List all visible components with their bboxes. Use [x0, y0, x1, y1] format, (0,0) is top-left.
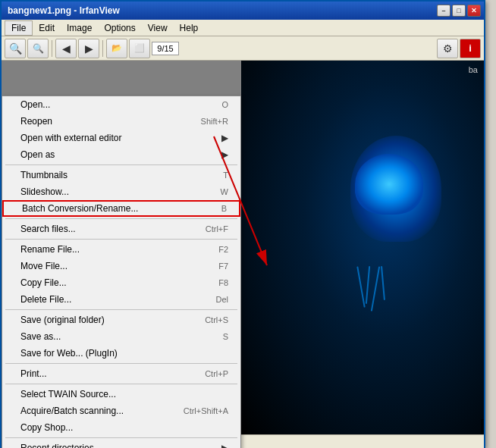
image-canvas: [241, 61, 484, 434]
title-bar: bangnew1.png - IrfanView – □ ✕: [2, 2, 484, 20]
main-window: bangnew1.png - IrfanView – □ ✕ File Edit…: [0, 0, 485, 448]
menu-item-save-web[interactable]: Save for Web... (PlugIn): [2, 345, 240, 362]
menu-item-open[interactable]: Open... O: [2, 96, 240, 113]
menu-bar: File Edit Image Options View Help: [2, 20, 484, 36]
separator-6: [5, 384, 237, 384]
close-button[interactable]: ✕: [467, 5, 481, 17]
open-folder-button[interactable]: 📂: [106, 39, 127, 58]
menu-image[interactable]: Image: [61, 21, 98, 35]
corner-label: ba: [469, 65, 478, 74]
menu-item-print[interactable]: Print... Ctrl+P: [2, 365, 240, 382]
menu-item-save-as[interactable]: Save as... S: [2, 328, 240, 345]
toolbar-separator-2: [102, 40, 103, 57]
tentacle-2: [371, 266, 380, 311]
menu-help[interactable]: Help: [174, 21, 205, 35]
menu-item-copy-file[interactable]: Copy File... F8: [2, 274, 240, 291]
tentacle-1: [366, 266, 370, 304]
zoom-out-button[interactable]: 🔍: [27, 39, 49, 58]
window-title: bangnew1.png - IrfanView: [8, 5, 120, 16]
fit-button[interactable]: ⬜: [129, 39, 150, 58]
menu-item-save-original[interactable]: Save (original folder) Ctrl+S: [2, 312, 240, 328]
menu-edit[interactable]: Edit: [33, 21, 61, 35]
tentacle-3: [381, 266, 385, 300]
settings-button[interactable]: ⚙: [437, 39, 458, 58]
next-button[interactable]: ▶: [78, 39, 99, 58]
separator-4: [5, 309, 237, 310]
separator-7: [5, 437, 237, 438]
menu-item-move-file[interactable]: Move File... F7: [2, 258, 240, 274]
menu-item-batch-conversion[interactable]: Batch Conversion/Rename... B: [2, 200, 240, 217]
menu-item-select-twain[interactable]: Select TWAIN Source...: [2, 386, 240, 403]
separator-2: [5, 218, 237, 219]
toolbar-separator-1: [52, 40, 52, 57]
separator-3: [5, 239, 237, 240]
content-area: Open... O Reopen Shift+R Open with exter…: [2, 61, 484, 434]
menu-item-slideshow[interactable]: Slideshow... W: [2, 183, 240, 200]
menu-file[interactable]: File: [5, 20, 33, 36]
nav-counter: 9/15: [152, 42, 179, 55]
maximize-button[interactable]: □: [452, 5, 466, 17]
toolbar: 🔍 🔍 ◀ ▶ 📂 ⬜ 9/15 ⚙ i: [2, 36, 484, 61]
zoom-in-button[interactable]: 🔍: [5, 39, 26, 58]
prev-button[interactable]: ◀: [55, 39, 77, 58]
separator-1: [5, 164, 237, 165]
menu-item-recent-dirs[interactable]: Recent directories ▶: [2, 440, 240, 448]
timestamp-bar: 01/2011 / 14:22:34 ⠿: [481, 419, 484, 434]
menu-item-acquire[interactable]: Acquire/Batch scanning... Ctrl+Shift+A: [2, 403, 240, 419]
menu-item-copy-shop[interactable]: Copy Shop...: [2, 419, 240, 436]
menu-item-delete-file[interactable]: Delete File... Del: [2, 291, 240, 308]
menu-item-thumbnails[interactable]: Thumbnails T: [2, 167, 240, 183]
separator-5: [5, 363, 237, 364]
file-dropdown-menu: Open... O Reopen Shift+R Open with exter…: [2, 96, 241, 448]
menu-item-rename-file[interactable]: Rename File... F2: [2, 241, 240, 258]
jellyfish-body: [355, 154, 423, 215]
menu-item-open-as[interactable]: Open as ▶: [2, 146, 240, 163]
info-button[interactable]: i: [460, 39, 481, 58]
menu-item-reopen[interactable]: Reopen Shift+R: [2, 113, 240, 130]
menu-item-search-files[interactable]: Search files... Ctrl+F: [2, 221, 240, 237]
image-display: ba 01/2011 / 14:22:34 ⠿: [241, 61, 484, 434]
menu-view[interactable]: View: [142, 21, 174, 35]
menu-options[interactable]: Options: [98, 21, 141, 35]
title-bar-buttons: – □ ✕: [437, 5, 481, 17]
minimize-button[interactable]: –: [437, 5, 450, 17]
tentacle-4: [356, 266, 366, 308]
menu-item-open-external[interactable]: Open with external editor ▶: [2, 130, 240, 146]
